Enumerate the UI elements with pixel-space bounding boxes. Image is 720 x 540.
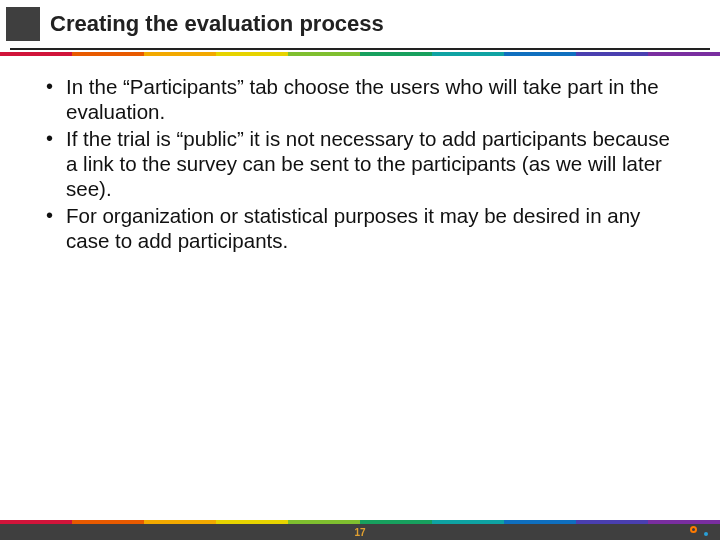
page-number: 17 [354, 527, 365, 538]
list-item: In the “Participants” tab choose the use… [40, 74, 680, 124]
footer-logo-icon [690, 524, 708, 536]
list-item: If the trial is “public” it is not neces… [40, 126, 680, 201]
bullet-list: In the “Participants” tab choose the use… [40, 74, 680, 253]
slide-title: Creating the evaluation process [50, 11, 384, 37]
header-block-icon [6, 7, 40, 41]
slide: Creating the evaluation process In the “… [0, 0, 720, 540]
slide-body: In the “Participants” tab choose the use… [0, 56, 720, 253]
header-row: Creating the evaluation process [0, 0, 720, 48]
list-item: For organization or statistical purposes… [40, 203, 680, 253]
footer-strip: 17 [0, 524, 720, 540]
title-underline [10, 48, 710, 50]
footer: 17 [0, 520, 720, 540]
